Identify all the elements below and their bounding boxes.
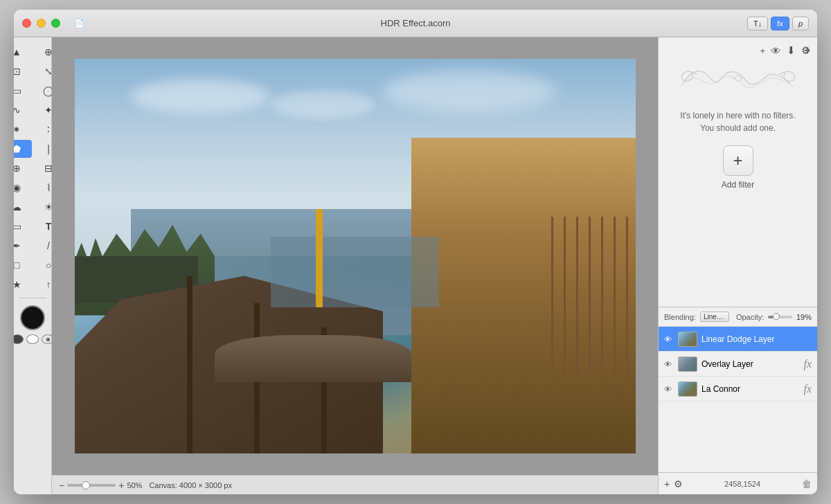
filter-download-icon[interactable]: ⬇ [787, 44, 796, 57]
flourish-svg [676, 64, 801, 102]
main-window: 📄 HDR Effect.acorn T↓ fx p ▲ ⊕ ⊡ ⤡ ▭ ◯ [14, 10, 817, 494]
clone-tool[interactable]: ⊕ [14, 159, 32, 177]
titlebar-right-buttons: T↓ fx p [747, 17, 809, 30]
layer-visibility-icon[interactable]: 👁 [664, 335, 674, 343]
gradient-tool[interactable]: ⬟ [14, 140, 32, 158]
opacity-slider[interactable] [768, 316, 792, 318]
maximize-button[interactable] [51, 19, 60, 28]
filter-eye-icon[interactable]: 👁 [771, 45, 781, 57]
window-title: HDR Effect.acorn [381, 18, 451, 28]
close-button[interactable] [22, 19, 31, 28]
layer-item[interactable]: 👁 La Connor fx [659, 377, 817, 402]
format-button[interactable]: T↓ [747, 17, 768, 30]
panel-corner-add-button[interactable]: + [804, 44, 810, 57]
opacity-label: Opacity: [736, 313, 764, 321]
blending-row: Blending: Linear D... Opacity: 19% [659, 307, 817, 327]
minimize-button[interactable] [37, 19, 46, 28]
layer-visibility-icon[interactable]: 👁 [664, 360, 674, 368]
layer-thumbnail [678, 332, 697, 347]
file-icon-area: 📄 [74, 19, 89, 28]
filter-empty-text: It's lonely in here with no filters. You… [680, 109, 795, 134]
layer-item[interactable]: 👁 Overlay Layer fx [659, 352, 817, 377]
cloud-1 [131, 79, 269, 114]
add-filter-plus-icon: + [733, 151, 742, 170]
wand-tool[interactable]: ⁕ [14, 120, 32, 138]
p-button[interactable]: p [792, 17, 809, 30]
color-swatch[interactable] [20, 305, 45, 330]
status-bar: − + 50% Canvas: 4000 × 3000 px [52, 475, 658, 494]
marina-area [271, 237, 439, 308]
cloud-2 [271, 91, 375, 118]
rocks-layer [215, 335, 411, 382]
canvas-area: − + 50% Canvas: 4000 × 3000 px [52, 37, 658, 494]
rect-tool[interactable]: □ [14, 256, 32, 274]
zoom-thumb [82, 481, 90, 489]
right-panel: + 👁 ⬇ ⚙ [658, 37, 817, 494]
layer-visibility-icon[interactable]: 👁 [664, 385, 674, 393]
canvas-coordinates: 2458,1524 [687, 480, 798, 488]
fx-button[interactable]: fx [771, 17, 789, 30]
zoom-controls: − + 50% [59, 480, 142, 491]
decorative-flourish [676, 62, 801, 104]
layers-delete-button[interactable]: 🗑 [802, 478, 812, 489]
left-toolbar: ▲ ⊕ ⊡ ⤡ ▭ ◯ ∿ ✦ ⁕ ∶ ⬟ | [14, 37, 52, 494]
layer-fx-icon[interactable]: fx [803, 358, 812, 370]
canvas-image [75, 59, 636, 453]
filter-panel: + 👁 ⬇ ⚙ [659, 37, 817, 307]
filter-panel-toolbar: + 👁 ⬇ ⚙ [665, 44, 810, 57]
layers-settings-button[interactable]: ⚙ [674, 478, 683, 489]
bollard [316, 209, 323, 308]
rect-shape-tool[interactable]: ▭ [14, 217, 32, 235]
lasso-tool[interactable]: ∿ [14, 101, 32, 119]
blending-label: Blending: [664, 313, 696, 321]
opacity-thumb [773, 313, 780, 320]
zoom-out-button[interactable]: − [59, 480, 64, 491]
layer-name: Overlay Layer [702, 359, 799, 369]
opacity-value: 19% [796, 313, 812, 321]
layer-thumbnail [678, 381, 697, 397]
add-filter-label: Add filter [722, 180, 754, 190]
cloud-3 [383, 71, 556, 112]
color-option-1[interactable] [14, 334, 24, 344]
marquee-tool[interactable]: ▭ [14, 82, 32, 100]
dodge-tool[interactable]: ◉ [14, 179, 32, 197]
railing [551, 217, 636, 375]
star-tool[interactable]: ★ [14, 276, 32, 294]
select-tool[interactable]: ▲ [14, 43, 32, 61]
main-content: ▲ ⊕ ⊡ ⤡ ▭ ◯ ∿ ✦ ⁕ ∶ ⬟ | [14, 37, 817, 494]
zoom-slider[interactable] [67, 484, 116, 487]
add-filter-button[interactable]: + [723, 145, 753, 176]
layers-list: 👁 Linear Dodge Layer 👁 Overlay Layer [659, 327, 817, 472]
canvas-wrapper[interactable] [52, 37, 658, 475]
titlebar: 📄 HDR Effect.acorn T↓ fx p [14, 10, 817, 37]
layer-thumbnail [678, 357, 697, 372]
toolbar-divider [19, 298, 46, 298]
crop-tool[interactable]: ⊡ [14, 62, 32, 80]
zoom-in-button[interactable]: + [118, 480, 124, 491]
canvas-info: Canvas: 4000 × 3000 px [149, 481, 232, 489]
filter-add-icon[interactable]: + [760, 46, 765, 56]
traffic-lights [22, 19, 60, 28]
layer-name: Linear Dodge Layer [702, 334, 812, 344]
file-document-icon: 📄 [74, 19, 84, 28]
zoom-percent: 50% [127, 481, 142, 489]
layer-item[interactable]: 👁 Linear Dodge Layer [659, 327, 817, 352]
layers-footer: + ⚙ 2458,1524 🗑 [659, 472, 817, 494]
piling-1 [187, 276, 193, 454]
layer-fx-icon[interactable]: fx [803, 383, 812, 395]
layers-panel: Blending: Linear D... Opacity: 19% 👁 [659, 307, 817, 494]
layer-name: La Connor [702, 384, 799, 394]
layers-add-button[interactable]: + [664, 478, 670, 489]
color-options: ⊕ [14, 334, 54, 344]
cloud-tool[interactable]: ☁ [14, 198, 32, 216]
pen-tool[interactable]: ✒ [14, 237, 32, 255]
color-option-2[interactable] [26, 334, 39, 344]
blending-select[interactable]: Linear D... [700, 312, 729, 322]
